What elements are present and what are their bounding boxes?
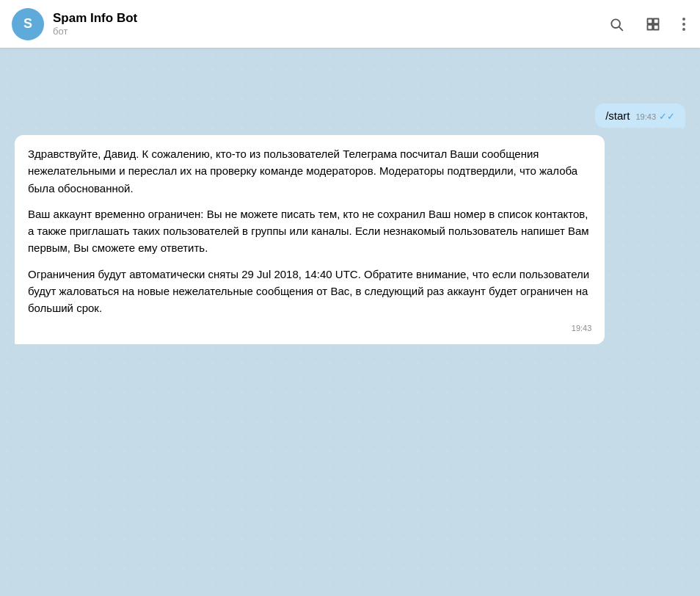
- chat-header: S Spam Info Bot бот: [0, 0, 700, 48]
- layout-button[interactable]: [643, 14, 663, 34]
- chat-subtitle: бот: [53, 26, 606, 37]
- svg-line-1: [619, 27, 622, 30]
- incoming-message-text: Здравствуйте, Давид. К сожалению, кто-то…: [28, 145, 591, 316]
- more-options-button[interactable]: [679, 15, 688, 34]
- search-icon: [609, 17, 624, 32]
- svg-point-0: [611, 19, 620, 28]
- svg-rect-2: [648, 18, 653, 23]
- dot: [682, 23, 685, 26]
- paragraph-3: Ограничения будут автоматически сняты 29…: [28, 266, 591, 317]
- outgoing-message-time: 19:43: [635, 112, 656, 121]
- search-button[interactable]: [606, 14, 627, 34]
- chat-title: Spam Info Bot: [53, 11, 606, 26]
- outgoing-message-text: /start: [605, 109, 630, 122]
- paragraph-1: Здравствуйте, Давид. К сожалению, кто-то…: [28, 145, 591, 197]
- dot: [682, 28, 685, 31]
- incoming-message-time: 19:43: [572, 324, 592, 332]
- avatar: S: [12, 8, 44, 40]
- outgoing-message: /start 19:43 ✓✓: [595, 103, 685, 128]
- header-actions: [606, 14, 688, 34]
- paragraph-2: Ваш аккаунт временно ограничен: Вы не мо…: [28, 206, 591, 257]
- svg-rect-4: [648, 24, 653, 29]
- dot: [682, 18, 685, 21]
- chat-area: /start 19:43 ✓✓ Здравствуйте, Давид. К с…: [0, 48, 700, 596]
- outgoing-message-meta: 19:43 ✓✓: [635, 111, 675, 122]
- incoming-message-meta: 19:43: [28, 321, 591, 334]
- incoming-message: Здравствуйте, Давид. К сожалению, кто-то…: [15, 135, 605, 344]
- svg-rect-5: [654, 24, 659, 29]
- svg-rect-3: [654, 18, 659, 23]
- layout-icon: [646, 17, 660, 32]
- read-receipts-icon: ✓✓: [659, 111, 675, 122]
- header-info: Spam Info Bot бот: [53, 11, 606, 37]
